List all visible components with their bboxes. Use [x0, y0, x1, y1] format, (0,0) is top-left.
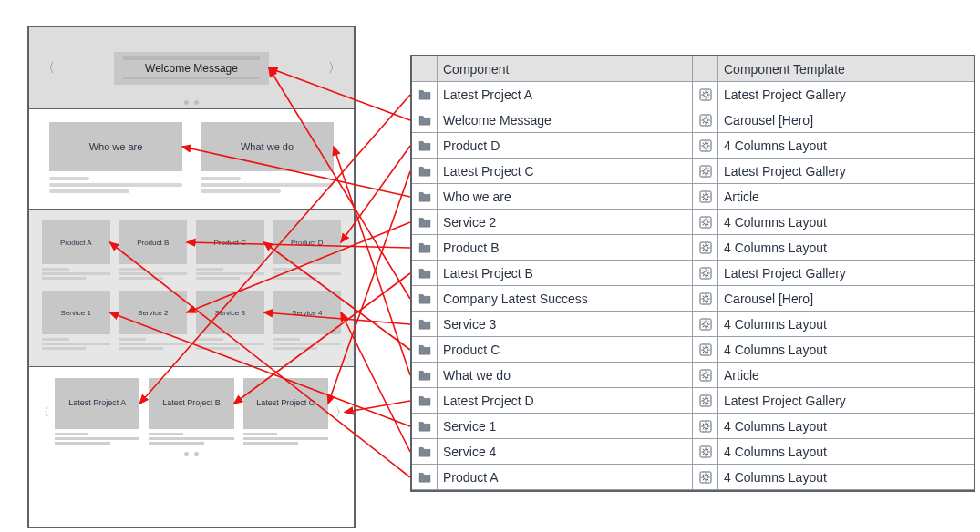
component-name: Product B	[438, 235, 693, 261]
template-name: Latest Project Gallery	[718, 82, 974, 107]
products-row: Product A Product B Product C Product D	[42, 220, 341, 281]
fourcol-section: Product A Product B Product C Product D …	[29, 210, 354, 367]
gear-icon	[693, 261, 718, 286]
table-header: Component Component Template	[412, 56, 974, 82]
product-d-tile: Product D	[273, 220, 342, 264]
folder-icon	[412, 159, 438, 184]
template-name: 4 Columns Layout	[718, 465, 974, 490]
hero-label: Welcome Message	[145, 62, 238, 75]
folder-icon	[412, 82, 438, 107]
product-b-tile: Product B	[119, 220, 188, 264]
table-row: Service 14 Columns Layout	[412, 414, 974, 439]
gear-icon	[693, 82, 718, 107]
folder-icon	[412, 133, 438, 159]
folder-icon	[412, 286, 438, 312]
table-row: Latest Project BLatest Project Gallery	[412, 261, 974, 286]
component-name: Latest Project D	[438, 388, 693, 414]
table-row: Service 44 Columns Layout	[412, 439, 974, 465]
articles-section: Who we are What we do	[29, 109, 354, 210]
folder-icon	[412, 337, 438, 363]
template-name: Latest Project Gallery	[718, 261, 974, 286]
gear-icon	[693, 107, 718, 133]
folder-icon	[412, 465, 438, 490]
chevron-left-icon: 〈	[38, 404, 47, 420]
component-name: Product D	[438, 133, 693, 159]
folder-icon	[412, 261, 438, 286]
product-c-tile: Product C	[196, 220, 264, 264]
service-4-tile: Service 4	[273, 291, 342, 334]
template-name: Carousel [Hero]	[718, 286, 974, 312]
gallery-section: 〈 Latest Project A Latest Project B Late…	[29, 367, 354, 460]
table-row: Latest Project ALatest Project Gallery	[412, 82, 974, 107]
product-a-tile: Product A	[42, 220, 110, 264]
component-name: Product C	[438, 337, 693, 363]
service-1-tile: Service 1	[42, 291, 110, 334]
table-row: Who we areArticle	[412, 184, 974, 210]
template-name: 4 Columns Layout	[718, 210, 974, 235]
template-name: Latest Project Gallery	[718, 159, 974, 184]
gear-icon	[693, 363, 718, 388]
gear-icon	[693, 210, 718, 235]
gear-icon	[693, 235, 718, 261]
header-template: Component Template	[718, 56, 974, 82]
component-name: Service 2	[438, 210, 693, 235]
component-name: Service 1	[438, 414, 693, 439]
table-row: Company Latest SuccessCarousel [Hero]	[412, 286, 974, 312]
component-name: Service 3	[438, 312, 693, 337]
folder-icon	[412, 363, 438, 388]
gear-icon	[693, 184, 718, 210]
chevron-right-icon: 〉	[328, 60, 341, 77]
folder-icon	[412, 439, 438, 465]
component-name: Service 4	[438, 439, 693, 465]
gallery-tile-c: Latest Project C	[243, 378, 328, 429]
table-row: Welcome MessageCarousel [Hero]	[412, 107, 974, 133]
gear-icon	[693, 286, 718, 312]
template-name: 4 Columns Layout	[718, 414, 974, 439]
header-component: Component	[438, 56, 693, 82]
gear-icon	[693, 133, 718, 159]
component-name: What we do	[438, 363, 693, 388]
folder-icon	[412, 235, 438, 261]
template-name: Carousel [Hero]	[718, 107, 974, 133]
service-3-tile: Service 3	[196, 291, 264, 334]
services-row: Service 1 Service 2 Service 3 Service 4	[42, 291, 341, 352]
template-name: 4 Columns Layout	[718, 133, 974, 159]
component-name: Latest Project B	[438, 261, 693, 286]
template-name: 4 Columns Layout	[718, 439, 974, 465]
carousel-dots	[184, 100, 199, 105]
template-name: 4 Columns Layout	[718, 235, 974, 261]
table-row: Service 24 Columns Layout	[412, 210, 974, 235]
article-who-we-are: Who we are	[49, 122, 182, 171]
template-name: 4 Columns Layout	[718, 312, 974, 337]
component-name: Latest Project A	[438, 82, 693, 107]
component-name: Welcome Message	[438, 107, 693, 133]
gear-icon	[693, 312, 718, 337]
chevron-left-icon: 〈	[42, 60, 55, 77]
chevron-right-icon: 〉	[335, 404, 345, 420]
component-name: Latest Project C	[438, 159, 693, 184]
table-row: Product A4 Columns Layout	[412, 465, 974, 490]
template-name: Article	[718, 184, 974, 210]
wireframe-mock: 〈 Welcome Message 〉 Who we are What we d…	[27, 26, 356, 528]
folder-icon	[412, 184, 438, 210]
carousel-dots	[184, 452, 199, 456]
hero-card: Welcome Message	[114, 52, 269, 85]
folder-icon	[412, 414, 438, 439]
gear-icon	[693, 159, 718, 184]
template-name: Article	[718, 363, 974, 388]
service-2-tile: Service 2	[119, 291, 188, 334]
component-table: Component Component Template Latest Proj…	[410, 55, 975, 492]
gear-icon	[693, 465, 718, 490]
table-row: Latest Project DLatest Project Gallery	[412, 388, 974, 414]
folder-icon	[412, 210, 438, 235]
table-row: Service 34 Columns Layout	[412, 312, 974, 337]
component-name: Who we are	[438, 184, 693, 210]
gear-icon	[693, 388, 718, 414]
folder-icon	[412, 107, 438, 133]
gallery-tile-b: Latest Project B	[149, 378, 233, 429]
template-name: 4 Columns Layout	[718, 337, 974, 363]
table-row: Latest Project CLatest Project Gallery	[412, 159, 974, 184]
gear-icon	[693, 439, 718, 465]
gear-icon	[693, 414, 718, 439]
folder-icon	[412, 388, 438, 414]
